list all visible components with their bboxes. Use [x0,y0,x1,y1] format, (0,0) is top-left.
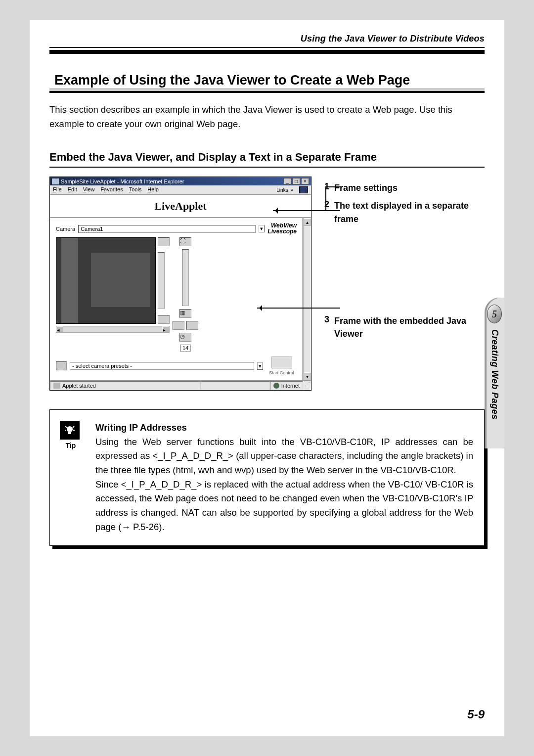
menu-favorites[interactable]: Favorites [100,186,123,193]
svg-rect-1 [68,432,71,434]
scroll-down-icon[interactable]: ▾ [304,372,311,380]
snapshot-icon[interactable]: ▥ [179,309,191,318]
page-number: 5-9 [467,708,485,721]
connection-count: 14 [180,345,191,352]
start-control-label: Start Control [269,370,294,375]
applet-body: Camera Camera1 ▾ WebView Livescope [50,218,311,381]
callout-1: 1 Frame settings [320,181,485,194]
main-title: Example of Using the Java Viewer to Crea… [49,70,485,93]
tip-label: Tip [66,442,76,449]
start-control-button[interactable] [271,356,292,368]
rule-thick [49,50,485,54]
camera-dropdown-icon[interactable]: ▾ [259,225,265,232]
diagram: SampleSite LiveApplet - Microsoft Intern… [49,177,485,391]
zoom-fit-icon[interactable]: ⛶ [179,237,191,246]
menubar: File Edit View Favorites Tools Help Link… [50,185,311,195]
status-text: Applet started [62,383,96,389]
applet-title: LiveApplet [50,195,311,218]
preset-icon[interactable] [56,361,67,370]
links-button[interactable]: Links » [276,186,293,193]
zone-text: Internet [281,383,300,389]
callout-2: 2 The text displayed in a separate frame [320,199,485,225]
pan-tool-icon[interactable] [158,237,170,246]
running-header: Using the Java Viewer to Distribute Vide… [30,20,504,46]
svg-line-3 [73,426,74,428]
menu-tools[interactable]: Tools [129,186,142,193]
tip-title: Writing IP Addresses [95,422,187,433]
callout-line-2v [325,186,326,211]
toolbar-chip-icon [299,186,308,193]
callout-line-2h [325,210,340,211]
callout-line-2 [273,210,326,211]
chapter-label: Creating Web Pages [490,329,500,420]
close-icon[interactable]: × [301,178,309,184]
applet-status-icon [53,383,60,389]
menu-view[interactable]: View [83,186,95,193]
menu-edit[interactable]: Edit [68,186,77,193]
window-controls: _ □ × [283,178,309,184]
resize-grip-icon: ⋰ [303,381,311,390]
callout-3: 3 Frame with the embedded Java Viewer [320,314,485,340]
rule-thin [49,47,485,48]
intro-paragraph: This section describes an example in whi… [49,103,485,131]
webview-logo: WebView Livescope [267,223,297,234]
tilt-scrollbar[interactable] [158,252,165,309]
pan-scrollbar[interactable]: ◂▸ [56,326,170,333]
tip-icon: Tip [60,421,82,451]
tip-body-2: Since <_I_P_A_D_D_R_> is replaced with t… [95,479,473,532]
manual-page: Using the Java Viewer to Distribute Vide… [30,20,504,736]
callout-legend: 1 Frame settings 2 The text displayed in… [320,177,485,345]
sub-title: Embed the Java Viewer, and Display a Tex… [49,151,485,168]
scroll-up-icon[interactable]: ▴ [304,218,311,226]
chapter-tab: 5 Creating Web Pages [485,298,504,448]
preset-dropdown-icon[interactable]: ▾ [257,362,263,370]
svg-line-2 [65,426,67,428]
ie-icon [52,178,59,184]
callout-line-3 [257,308,340,309]
svg-point-0 [67,426,73,432]
backlight-icon[interactable] [173,321,184,330]
status-bar: Applet started Internet ⋰ [50,381,311,390]
zone-icon [273,383,279,389]
window-titlebar: SampleSite LiveApplet - Microsoft Intern… [50,177,311,185]
menu-help[interactable]: Help [147,186,159,193]
pan-tool2-icon[interactable] [158,315,170,324]
clock-icon[interactable]: ◷ [179,333,191,342]
callout-line-1 [325,186,340,187]
menu-file[interactable]: File [53,186,62,193]
chapter-number: 5 [487,305,502,323]
window-title: SampleSite LiveApplet - Microsoft Intern… [61,178,184,184]
camera-label: Camera [56,226,75,232]
camera-select[interactable]: Camera1 [78,225,256,233]
maximize-icon[interactable]: □ [292,178,300,184]
source-icon[interactable] [186,321,198,330]
lightbulb-icon [60,421,80,440]
tip-box: Tip Writing IP Addresses Using the Web s… [49,409,485,545]
video-viewport [56,237,156,324]
tip-body-1: Using the Web server functions built int… [95,437,473,475]
preset-select[interactable]: - select camera presets - [70,362,254,370]
minimize-icon[interactable]: _ [283,178,291,184]
zoom-scrollbar[interactable] [182,249,189,306]
frame-scrollbar[interactable]: ▴ ▾ [303,218,311,380]
